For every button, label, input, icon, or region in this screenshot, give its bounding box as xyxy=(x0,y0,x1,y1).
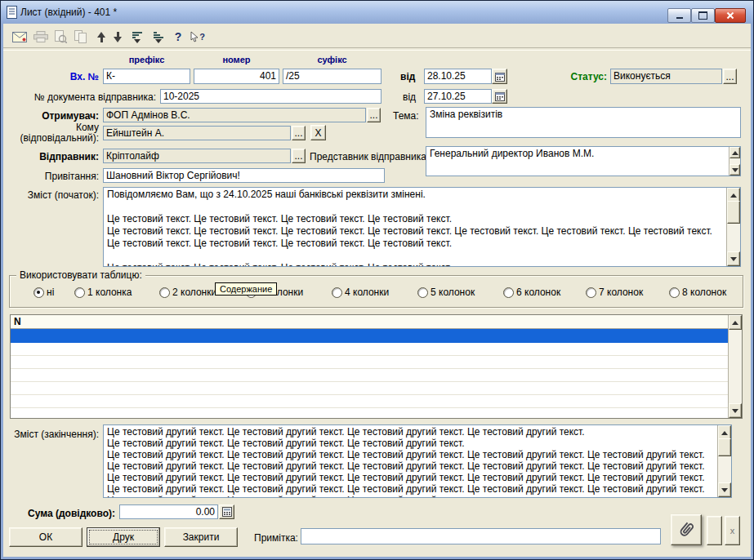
send-letter-icon[interactable] xyxy=(11,28,29,46)
scroll-down-button[interactable] xyxy=(727,251,740,266)
radio-6col-label[interactable]: 6 колонок xyxy=(516,287,560,298)
sender-rep-label: Представник відправника: xyxy=(310,151,429,162)
radio-7col-label[interactable]: 7 колонок xyxy=(599,287,643,298)
suffix-field[interactable]: /25 xyxy=(283,69,381,84)
status-lookup-button[interactable]: ... xyxy=(723,69,737,84)
assignee-field[interactable]: Ейнштейн А. xyxy=(103,126,291,140)
sort-asc-icon[interactable] xyxy=(128,28,146,46)
table-row[interactable] xyxy=(11,368,728,382)
sender-doc-number-field[interactable]: 10-2025 xyxy=(160,89,381,104)
note-field[interactable] xyxy=(301,528,661,544)
minimize-button[interactable] xyxy=(667,8,691,23)
sender-doc-date-calendar-button[interactable] xyxy=(492,89,507,104)
radio-7col[interactable] xyxy=(586,287,596,298)
prefix-field[interactable]: К- xyxy=(103,69,190,84)
sender-rep-scrollbar[interactable] xyxy=(729,147,740,176)
table-header-N[interactable]: N xyxy=(11,315,728,329)
content-table[interactable]: N xyxy=(10,314,743,419)
body-end-label: Зміст (закінчення): xyxy=(9,429,99,440)
recipient-lookup-button[interactable]: ... xyxy=(367,108,381,122)
calculator-button[interactable] xyxy=(219,504,234,519)
sender-rep-field[interactable]: Генеральний директор Иванов М.М. xyxy=(426,146,741,176)
scroll-up-button[interactable] xyxy=(729,315,742,330)
radio-none[interactable] xyxy=(33,287,44,298)
radio-1col[interactable] xyxy=(74,287,85,298)
greeting-field[interactable]: Шановний Віктор Сергійович! xyxy=(103,168,385,183)
calendar-icon xyxy=(495,72,505,82)
table-row[interactable] xyxy=(11,381,728,395)
help-question-glyph: ? xyxy=(175,30,182,43)
sender-doc-date-label: від xyxy=(403,91,416,103)
radio-2col-label[interactable]: 2 колонки xyxy=(172,287,216,298)
titlebar[interactable]: Лист (вхідний) - 401 * xyxy=(1,1,753,24)
amount-field[interactable]: 0.00 xyxy=(119,504,218,519)
recipient-label: Отримувач: xyxy=(25,110,99,122)
radio-4col-label[interactable]: 4 колонки xyxy=(345,287,389,298)
copy-icon[interactable] xyxy=(71,28,89,46)
help-icon[interactable]: ? xyxy=(169,28,187,46)
sort-desc-icon[interactable] xyxy=(149,28,167,46)
radio-1col-label[interactable]: 1 колонка xyxy=(87,287,132,298)
table-options-group-label: Використовувати таблицю: xyxy=(16,269,145,281)
body-end-scrollbar[interactable] xyxy=(717,425,731,497)
column-header-suffix: суфікс xyxy=(283,55,381,64)
body-end-field[interactable]: Це тестовий другий текст. Це тестовий др… xyxy=(103,424,732,498)
incoming-date-calendar-button[interactable] xyxy=(492,69,507,84)
ellipsis-icon: ... xyxy=(369,109,377,121)
body-start-field[interactable]: Повідомляємо Вам, що з 24.10.2025 наші б… xyxy=(103,187,741,267)
scroll-thumb[interactable] xyxy=(727,201,740,224)
close-icon xyxy=(726,11,734,20)
panel-button-blank[interactable] xyxy=(707,516,722,545)
table-row[interactable] xyxy=(11,342,728,356)
date-from-label: від xyxy=(400,71,415,82)
table-scrollbar[interactable] xyxy=(728,315,742,418)
table-row[interactable] xyxy=(11,394,728,408)
assignee-lookup-button[interactable]: ... xyxy=(292,126,306,140)
body-start-text[interactable]: Повідомляємо Вам, що з 24.10.2025 наші б… xyxy=(104,188,726,266)
move-up-icon[interactable] xyxy=(92,28,110,46)
radio-4col[interactable] xyxy=(332,287,342,298)
body-end-text[interactable]: Це тестовий другий текст. Це тестовий др… xyxy=(104,425,717,497)
radio-8col[interactable] xyxy=(669,287,680,298)
number-field[interactable]: 401 xyxy=(194,69,279,84)
sender-doc-date-field[interactable]: 27.10.25 xyxy=(424,89,492,104)
close-letter-button[interactable]: Закрити xyxy=(164,527,238,547)
move-down-icon[interactable] xyxy=(109,28,127,46)
radio-6col[interactable] xyxy=(503,287,514,298)
print-button[interactable]: Друк xyxy=(87,527,160,547)
body-start-scrollbar[interactable] xyxy=(726,188,740,266)
recipient-field[interactable]: ФОП Адмінов В.С. xyxy=(103,108,366,122)
maximize-button[interactable] xyxy=(691,8,715,23)
sender-lookup-button[interactable]: ... xyxy=(292,149,306,163)
radio-none-label[interactable]: ні xyxy=(47,287,54,298)
ok-button[interactable]: ОК xyxy=(9,527,83,547)
column-header-prefix: префікс xyxy=(103,55,190,64)
scroll-down-button[interactable] xyxy=(729,164,740,176)
print-icon[interactable] xyxy=(32,28,50,46)
context-help-icon[interactable]: ? xyxy=(187,28,208,46)
attachments-button[interactable] xyxy=(671,514,702,545)
assignee-clear-button[interactable]: X xyxy=(310,125,326,140)
preview-icon[interactable] xyxy=(51,28,69,46)
sender-rep-text[interactable]: Генеральний директор Иванов М.М. xyxy=(426,147,729,176)
scroll-down-button[interactable] xyxy=(718,482,731,497)
scroll-thumb[interactable] xyxy=(718,438,731,456)
radio-8col-label[interactable]: 8 колонок xyxy=(682,287,726,298)
sender-field[interactable]: Кріптолайф xyxy=(103,149,291,163)
table-row-selected[interactable] xyxy=(11,329,728,343)
close-button[interactable] xyxy=(715,8,746,23)
radio-2col[interactable] xyxy=(159,287,170,298)
panel-button-x[interactable]: x xyxy=(725,516,740,545)
paperclip-icon xyxy=(671,515,702,545)
ellipsis-icon: ... xyxy=(725,71,734,82)
incoming-date-field[interactable]: 28.10.25 xyxy=(424,69,492,84)
calculator-icon xyxy=(222,507,232,517)
radio-5col[interactable] xyxy=(417,287,428,298)
radio-5col-label[interactable]: 5 колонок xyxy=(431,287,475,298)
topic-field[interactable]: Зміна реквізитів xyxy=(426,107,741,138)
incoming-number-label: Вх. № xyxy=(33,71,99,82)
scroll-up-button[interactable] xyxy=(729,147,740,158)
table-row[interactable] xyxy=(11,355,728,369)
status-field[interactable]: Виконується xyxy=(610,69,722,84)
scroll-down-button[interactable] xyxy=(729,403,742,418)
